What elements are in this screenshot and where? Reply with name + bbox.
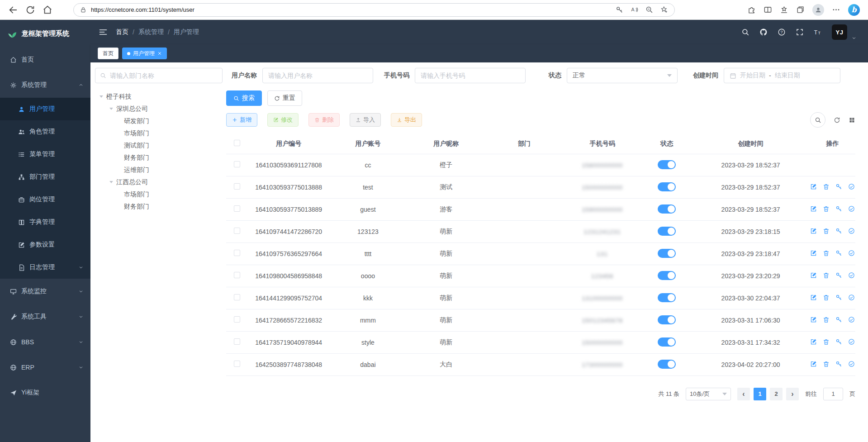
read-aloud-icon[interactable] xyxy=(631,6,638,14)
assign-role-icon[interactable] xyxy=(848,338,855,345)
caret-down-icon[interactable] xyxy=(100,95,103,98)
tree-node[interactable]: 江西总公司 xyxy=(95,176,223,188)
delete-button[interactable]: 删除 xyxy=(308,113,340,127)
column-settings-icon[interactable] xyxy=(849,117,855,124)
assign-role-icon[interactable] xyxy=(848,183,855,190)
assign-role-icon[interactable] xyxy=(848,250,855,257)
edit-icon[interactable] xyxy=(810,316,817,323)
assign-role-icon[interactable] xyxy=(848,361,855,367)
prev-page-button[interactable] xyxy=(737,388,750,400)
add-button[interactable]: 新增 xyxy=(226,113,257,127)
page-button-2[interactable]: 2 xyxy=(770,388,783,400)
address-bar[interactable]: https://ccnetcore.com:1101/system/user xyxy=(73,3,675,17)
page-button-1[interactable]: 1 xyxy=(754,388,766,400)
help-icon[interactable] xyxy=(778,28,786,36)
row-checkbox[interactable] xyxy=(234,294,240,300)
delete-icon[interactable] xyxy=(823,294,830,301)
assign-role-icon[interactable] xyxy=(848,228,855,234)
tab-user-management[interactable]: 用户管理 xyxy=(122,48,167,59)
edit-icon[interactable] xyxy=(810,250,817,257)
edit-icon[interactable] xyxy=(810,228,817,234)
sidebar-item-log-management[interactable]: 日志管理 xyxy=(0,256,90,279)
export-button[interactable]: 导出 xyxy=(391,113,422,127)
status-toggle[interactable] xyxy=(658,360,676,369)
sidebar-item-role-management[interactable]: 角色管理 xyxy=(0,120,90,143)
tree-node[interactable]: 深圳总公司 xyxy=(95,103,223,115)
sidebar-item-system-monitor[interactable]: 系统监控 xyxy=(0,279,90,304)
font-size-icon[interactable] xyxy=(814,28,822,36)
tree-node[interactable]: 市场部门 xyxy=(95,127,223,139)
sidebar-item-dict-management[interactable]: 字典管理 xyxy=(0,211,90,233)
delete-icon[interactable] xyxy=(823,228,830,234)
breadcrumb-home[interactable]: 首页 xyxy=(116,28,128,36)
sidebar-item-system-tools[interactable]: 系统工具 xyxy=(0,304,90,329)
username-input[interactable] xyxy=(268,72,367,79)
refresh-button[interactable] xyxy=(25,5,35,15)
sidebar-item-dept-management[interactable]: 部门管理 xyxy=(0,166,90,188)
delete-icon[interactable] xyxy=(823,338,830,345)
status-toggle[interactable] xyxy=(658,204,676,214)
edit-icon[interactable] xyxy=(810,338,817,345)
search-icon[interactable] xyxy=(741,28,749,36)
tree-node[interactable]: 财务部门 xyxy=(95,200,223,213)
breadcrumb-system[interactable]: 系统管理 xyxy=(138,28,164,36)
date-range-picker[interactable]: 开始日期 - 结束日期 xyxy=(724,68,840,83)
add-favorite-icon[interactable] xyxy=(660,6,668,14)
select-all-checkbox[interactable] xyxy=(234,140,240,146)
password-key-icon[interactable] xyxy=(616,6,623,14)
show-search-button[interactable] xyxy=(810,112,825,128)
goto-page-input[interactable] xyxy=(823,388,843,400)
sidebar-item-param-settings[interactable]: 参数设置 xyxy=(0,233,90,256)
delete-icon[interactable] xyxy=(823,183,830,190)
next-page-button[interactable] xyxy=(786,388,799,400)
status-toggle[interactable] xyxy=(658,315,676,324)
split-screen-icon[interactable] xyxy=(764,5,772,14)
browser-profile-avatar[interactable] xyxy=(812,4,824,16)
status-toggle[interactable] xyxy=(658,249,676,258)
status-toggle[interactable] xyxy=(658,293,676,302)
status-toggle[interactable] xyxy=(658,227,676,236)
more-options-icon[interactable] xyxy=(832,5,840,14)
delete-icon[interactable] xyxy=(823,205,830,212)
row-checkbox[interactable] xyxy=(234,250,240,256)
favorites-bar-icon[interactable] xyxy=(780,5,788,14)
tree-node[interactable]: 橙子科技 xyxy=(95,90,223,103)
row-checkbox[interactable] xyxy=(234,228,240,234)
assign-role-icon[interactable] xyxy=(848,294,855,301)
reset-password-icon[interactable] xyxy=(835,272,842,279)
extensions-icon[interactable] xyxy=(747,5,756,14)
assign-role-icon[interactable] xyxy=(848,205,855,212)
row-checkbox[interactable] xyxy=(234,161,240,167)
reset-password-icon[interactable] xyxy=(835,361,842,367)
reset-button[interactable]: 重置 xyxy=(267,90,302,106)
department-search-input[interactable] xyxy=(110,72,218,79)
sidebar-item-erp[interactable]: ERP xyxy=(0,355,90,380)
edit-icon[interactable] xyxy=(810,361,817,367)
status-toggle[interactable] xyxy=(658,182,676,191)
collections-icon[interactable] xyxy=(796,5,805,14)
caret-down-icon[interactable] xyxy=(109,108,113,110)
delete-icon[interactable] xyxy=(823,250,830,257)
sidebar-item-post-management[interactable]: 岗位管理 xyxy=(0,188,90,211)
sidebar-item-home[interactable]: 首页 xyxy=(0,47,90,72)
edit-icon[interactable] xyxy=(810,272,817,279)
reset-password-icon[interactable] xyxy=(835,338,842,345)
status-toggle[interactable] xyxy=(658,337,676,347)
delete-icon[interactable] xyxy=(823,316,830,323)
edit-icon[interactable] xyxy=(810,205,817,212)
refresh-table-icon[interactable] xyxy=(834,117,840,124)
back-button[interactable] xyxy=(8,5,18,15)
search-button[interactable]: 搜索 xyxy=(226,90,262,106)
tree-node[interactable]: 运维部门 xyxy=(95,164,223,176)
fullscreen-icon[interactable] xyxy=(796,28,804,36)
chevron-down-icon[interactable] xyxy=(852,36,856,40)
reset-password-icon[interactable] xyxy=(835,205,842,212)
row-checkbox[interactable] xyxy=(234,205,240,212)
user-avatar[interactable]: YJ xyxy=(832,24,847,40)
phone-input[interactable] xyxy=(421,72,520,79)
bing-icon[interactable]: b xyxy=(848,4,860,16)
row-checkbox[interactable] xyxy=(234,183,240,190)
tree-node[interactable]: 研发部门 xyxy=(95,115,223,127)
delete-icon[interactable] xyxy=(823,361,830,367)
caret-down-icon[interactable] xyxy=(109,181,113,183)
